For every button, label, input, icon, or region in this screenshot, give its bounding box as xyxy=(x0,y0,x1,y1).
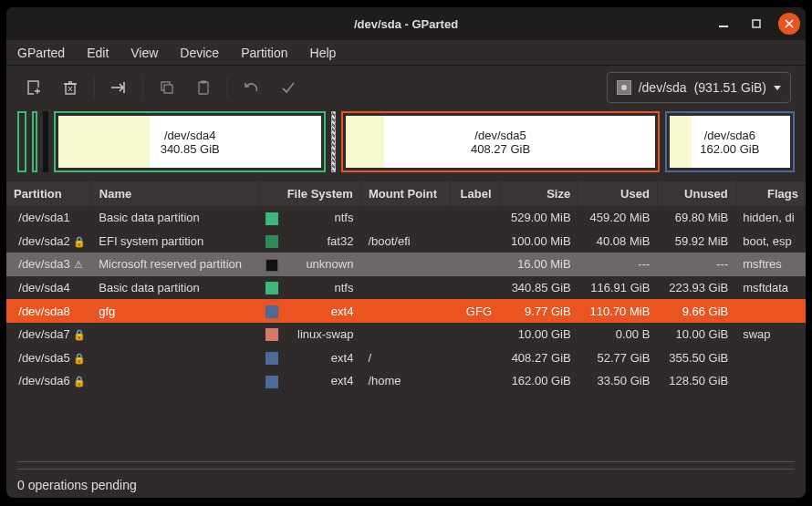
cell-fs-swatch xyxy=(258,206,286,230)
cell-name: Basic data partition xyxy=(91,206,258,230)
cell-flags xyxy=(735,346,806,369)
lock-icon: 🔒 xyxy=(73,353,84,365)
svg-rect-17 xyxy=(199,82,208,94)
cell-mountpoint: /boot/efi xyxy=(360,230,450,253)
cell-mountpoint xyxy=(360,299,450,323)
cell-label xyxy=(450,276,499,300)
table-row[interactable]: /dev/sda8 gfgext4GFG9.77 GiB110.70 MiB9.… xyxy=(6,299,806,323)
lock-icon: 🔒 xyxy=(73,329,84,341)
cell-size: 408.27 GiB xyxy=(499,346,578,369)
cell-filesystem: unknown xyxy=(286,253,360,276)
cell-unused: 59.92 MiB xyxy=(657,230,735,253)
disk-name: /dev/sda xyxy=(639,80,687,95)
col-partition[interactable]: Partition xyxy=(6,181,91,206)
apply-button[interactable] xyxy=(276,75,301,100)
cell-used: 110.70 MiB xyxy=(578,299,658,323)
cell-unused: 69.80 MiB xyxy=(657,206,735,230)
cell-used: 459.20 MiB xyxy=(578,206,658,230)
cell-name: EFI system partition xyxy=(91,230,258,253)
cell-size: 100.00 MiB xyxy=(499,230,578,253)
cell-flags: boot, esp xyxy=(735,230,806,253)
disk-map-segment-small[interactable] xyxy=(17,111,26,172)
cell-name xyxy=(91,369,258,393)
cell-used: 116.91 GiB xyxy=(578,276,658,300)
filesystem-swatch-icon xyxy=(265,259,278,272)
disk-icon xyxy=(617,80,631,95)
cell-partition: /dev/sda6 🔒 xyxy=(6,369,91,393)
cell-partition: /dev/sda5 🔒 xyxy=(6,346,91,369)
toolbar-separator xyxy=(142,77,143,98)
disk-size: (931.51 GiB) xyxy=(694,80,766,95)
menu-help[interactable]: Help xyxy=(310,46,337,60)
lock-icon: 🔒 xyxy=(73,376,84,387)
app-window: /dev/sda - GParted GParted Edit View Dev… xyxy=(6,7,806,498)
col-mountpoint[interactable]: Mount Point xyxy=(360,181,450,206)
col-flags[interactable]: Flags xyxy=(735,181,806,206)
disk-selector[interactable]: /dev/sda (931.51 GiB) xyxy=(607,72,791,103)
close-button[interactable] xyxy=(778,13,800,35)
undo-button[interactable] xyxy=(239,75,265,100)
menu-view[interactable]: View xyxy=(130,46,158,60)
menu-edit[interactable]: Edit xyxy=(87,46,109,60)
cell-flags: msftdata xyxy=(735,276,806,300)
table-row[interactable]: /dev/sda6 🔒ext4/home162.00 GiB33.50 GiB1… xyxy=(6,369,806,393)
table-row[interactable]: /dev/sda7 🔒linux-swap10.00 GiB0.00 B10.0… xyxy=(6,323,806,346)
cell-name: Microsoft reserved partition xyxy=(91,253,258,276)
disk-map-segment-sda5[interactable]: /dev/sda5 408.27 GiB xyxy=(341,111,659,172)
cell-mountpoint xyxy=(360,323,450,346)
cell-used: 40.08 MiB xyxy=(578,230,658,253)
partition-table[interactable]: Partition Name File System Mount Point L… xyxy=(6,181,806,461)
statusbar: 0 operations pending xyxy=(17,469,795,498)
cell-fs-swatch xyxy=(258,253,286,276)
table-row[interactable]: /dev/sda3 ⚠Microsoft reserved partitionu… xyxy=(6,253,806,276)
cell-mountpoint: / xyxy=(360,346,450,369)
cell-fs-swatch xyxy=(258,299,286,323)
cell-name: Basic data partition xyxy=(91,276,258,300)
filesystem-swatch-icon xyxy=(265,328,278,341)
menubar: GParted Edit View Device Partition Help xyxy=(6,40,806,66)
paste-button[interactable] xyxy=(191,75,216,100)
cell-size: 162.00 GiB xyxy=(499,369,578,393)
cell-size: 9.77 GiB xyxy=(499,299,578,323)
delete-button[interactable] xyxy=(57,75,83,100)
window-title: /dev/sda - GParted xyxy=(354,17,458,31)
cell-size: 529.00 MiB xyxy=(499,206,578,230)
col-filesystem[interactable]: File System xyxy=(258,181,360,206)
col-unused[interactable]: Unused xyxy=(657,181,735,206)
cell-mountpoint xyxy=(360,206,450,230)
cell-label xyxy=(450,253,499,276)
chevron-down-icon xyxy=(774,86,781,90)
col-size[interactable]: Size xyxy=(499,181,578,206)
menu-gparted[interactable]: GParted xyxy=(17,46,65,60)
svg-rect-16 xyxy=(164,85,172,93)
col-name[interactable]: Name xyxy=(91,181,258,206)
table-row[interactable]: /dev/sda5 🔒ext4/408.27 GiB52.77 GiB355.5… xyxy=(6,346,806,369)
cell-name xyxy=(91,323,258,346)
filesystem-swatch-icon xyxy=(265,282,278,294)
cell-filesystem: linux-swap xyxy=(286,323,360,346)
status-text: 0 operations pending xyxy=(17,478,137,492)
filesystem-swatch-icon xyxy=(265,305,278,318)
menu-partition[interactable]: Partition xyxy=(241,46,287,60)
disk-map-segment-small[interactable] xyxy=(32,111,37,172)
toolbar-separator xyxy=(94,77,95,98)
new-partition-button[interactable] xyxy=(21,75,47,100)
disk-map-segment-small[interactable] xyxy=(43,111,48,172)
svg-rect-1 xyxy=(753,20,760,27)
resize-move-button[interactable] xyxy=(106,75,131,100)
cell-filesystem: fat32 xyxy=(286,230,360,253)
menu-device[interactable]: Device xyxy=(180,46,219,60)
disk-map-segment-sda6[interactable]: /dev/sda6 162.00 GiB xyxy=(665,111,795,172)
disk-map[interactable]: /dev/sda4 340.85 GiB /dev/sda5 408.27 Gi… xyxy=(6,109,806,181)
table-row[interactable]: /dev/sda2 🔒EFI system partitionfat32/boo… xyxy=(6,230,806,253)
copy-button[interactable] xyxy=(154,75,180,100)
col-label[interactable]: Label xyxy=(450,181,499,206)
cell-unused: 128.50 GiB xyxy=(657,369,735,393)
table-row[interactable]: /dev/sda1 Basic data partitionntfs529.00… xyxy=(6,206,806,230)
maximize-button[interactable] xyxy=(745,13,767,35)
disk-map-segment-sda4[interactable]: /dev/sda4 340.85 GiB xyxy=(54,111,327,172)
cell-partition: /dev/sda8 xyxy=(6,299,91,323)
col-used[interactable]: Used xyxy=(578,181,658,206)
table-row[interactable]: /dev/sda4 Basic data partitionntfs340.85… xyxy=(6,276,806,300)
minimize-button[interactable] xyxy=(713,13,734,35)
